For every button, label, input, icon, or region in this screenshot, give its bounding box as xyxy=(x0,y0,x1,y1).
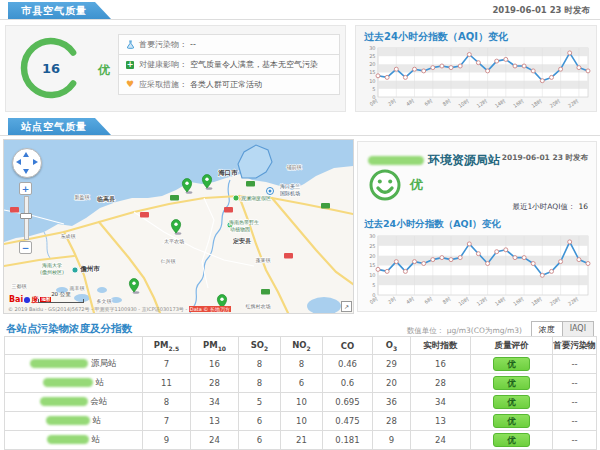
value-cell: 6 xyxy=(239,412,281,431)
redacted-station-name xyxy=(30,359,88,368)
value-cell: 36 xyxy=(373,393,411,412)
map-lake xyxy=(110,297,122,303)
section-tab-station-air-quality: 站点空气质量 xyxy=(8,118,111,135)
redacted-station-name xyxy=(43,378,93,387)
zoom-slider-handle[interactable] xyxy=(20,213,32,219)
value-cell: 0.695 xyxy=(323,393,373,412)
table-row: 站9246210.181924优-- xyxy=(5,431,597,450)
info-row: ♥应采取措施：各类人群可正常活动 xyxy=(118,74,340,95)
svg-text:16时: 16时 xyxy=(512,97,525,108)
table-row: 会站8345100.6953634优-- xyxy=(5,393,597,412)
value-cell: 13 xyxy=(191,412,239,431)
value-cell: 8 xyxy=(239,374,281,393)
svg-text:5: 5 xyxy=(372,282,375,288)
value-cell: 6 xyxy=(239,431,281,450)
map-label: 儋州市 xyxy=(79,265,100,273)
svg-text:2时: 2时 xyxy=(387,97,397,107)
svg-text:8时: 8时 xyxy=(441,97,451,107)
svg-text:20时: 20时 xyxy=(548,295,561,306)
map-pan-control[interactable] xyxy=(12,148,42,178)
value-cell: 7 xyxy=(143,412,191,431)
value-cell: 21 xyxy=(281,431,323,450)
value-cell: 10 xyxy=(281,412,323,431)
map-label: 海口美兰 xyxy=(280,183,300,190)
value-cell: 24 xyxy=(191,431,239,450)
map-label: 临高县 xyxy=(97,195,116,203)
health-plus-icon: + xyxy=(126,61,134,69)
quality-grade-badge: 优 xyxy=(493,376,530,390)
svg-text:16时: 16时 xyxy=(512,295,525,306)
station-name-cell: 会站 xyxy=(5,393,143,412)
value-cell: 16 xyxy=(191,355,239,374)
zoom-in-button[interactable]: + xyxy=(19,182,32,195)
zoom-slider-track[interactable] xyxy=(24,196,29,240)
value-cell: 34 xyxy=(411,393,471,412)
city-aqi-level: 优 xyxy=(98,62,110,79)
map-attribution-expand-icon[interactable]: ↗ xyxy=(341,301,352,312)
city-aqi-chart: 0510152025300时2时4时6时8时10时12时14时16时18时20时… xyxy=(362,45,592,113)
station-name-cell: 站 xyxy=(5,412,143,431)
grade-cell: 优 xyxy=(471,355,553,374)
value-cell: 0.475 xyxy=(323,412,373,431)
zoom-out-button[interactable]: − xyxy=(19,241,32,254)
svg-text:25: 25 xyxy=(369,243,375,249)
primary-pollutant-cell: -- xyxy=(553,355,597,374)
svg-text:18时: 18时 xyxy=(530,97,543,108)
redacted-station-name-prefix xyxy=(368,156,424,165)
value-cell: 34 xyxy=(191,393,239,412)
grade-cell: 优 xyxy=(471,374,553,393)
value-cell: 13 xyxy=(411,412,471,431)
pollutant-column-header: PM10 xyxy=(191,337,239,355)
primary-pollutant-cell: -- xyxy=(553,431,597,450)
map-scale: 20 公里 xyxy=(38,291,84,303)
pollutant-column-header: 首要污染物 xyxy=(553,337,597,355)
station-column-header xyxy=(5,337,143,355)
map-lake xyxy=(97,287,107,293)
svg-text:0时: 0时 xyxy=(368,295,378,305)
grade-cell: 优 xyxy=(471,393,553,412)
svg-text:12时: 12时 xyxy=(475,295,488,306)
info-label: 对健康影响： xyxy=(139,59,187,70)
value-cell: 11 xyxy=(143,374,191,393)
value-cell: 9 xyxy=(373,431,411,450)
aqi-gauge: 16 xyxy=(18,35,84,105)
aqi-line-chart: 0510152025300时2时4时6时8时10时12时14时16时18时20时… xyxy=(362,233,592,307)
value-cell: 8 xyxy=(239,355,281,374)
svg-text:15: 15 xyxy=(369,262,375,268)
map-label: 海口市 xyxy=(217,169,238,177)
table-row: 站7136100.4752813优-- xyxy=(5,412,597,431)
table-title: 各站点污染物浓度及分指数 xyxy=(6,322,132,336)
pollutant-column-header: PM2.5 xyxy=(143,337,191,355)
station-name-suffix: 会站 xyxy=(90,396,107,406)
aqi-info-rows: 首要污染物：--+对健康影响：空气质量令人满意，基本无空气污染♥应采取措施：各类… xyxy=(118,35,340,95)
station-name: 环境资源局站 xyxy=(428,153,500,167)
map-label: 铺前镇 xyxy=(287,164,302,170)
info-row: +对健康影响：空气质量令人满意，基本无空气污染 xyxy=(118,54,340,75)
city-publish-time: 2019-06-01 23 时发布 xyxy=(492,5,590,17)
grade-cell: 优 xyxy=(471,412,553,431)
svg-text:0时: 0时 xyxy=(368,97,378,107)
redacted-station-name xyxy=(47,435,89,444)
map-label: 国际机场 xyxy=(280,190,300,197)
aqi-gauge-arc: 16 xyxy=(18,35,84,101)
redacted-station-name xyxy=(46,416,90,425)
station-level: 优 xyxy=(410,176,423,194)
value-cell: 7 xyxy=(143,355,191,374)
svg-text:5: 5 xyxy=(372,86,375,92)
info-value: 各类人群可正常活动 xyxy=(190,79,262,90)
map-label: 定安县 xyxy=(232,237,252,245)
value-cell: 20 xyxy=(373,374,411,393)
station-name-suffix: 站 xyxy=(93,415,102,425)
pollutant-column-header: 质量评价 xyxy=(471,337,553,355)
primary-pollutant-cell: -- xyxy=(553,374,597,393)
station-map[interactable]: 海口市儋州市临高县定安县铺前镇新盈镇东成镇仁兴镇南丰镇三都镇多文镇蓬莱镇红旗村农… xyxy=(3,139,354,314)
map-label: 东成镇 xyxy=(61,233,76,239)
map-label: 红旗村农场 xyxy=(246,303,271,310)
quality-grade-badge: 优 xyxy=(493,414,530,428)
value-cell: 0.181 xyxy=(323,431,373,450)
map-scale-label: 20 公里 xyxy=(51,291,71,297)
value-cell: 10 xyxy=(281,393,323,412)
quality-grade-badge: 优 xyxy=(493,395,530,409)
svg-text:10时: 10时 xyxy=(457,97,470,108)
value-cell: 0.46 xyxy=(323,355,373,374)
